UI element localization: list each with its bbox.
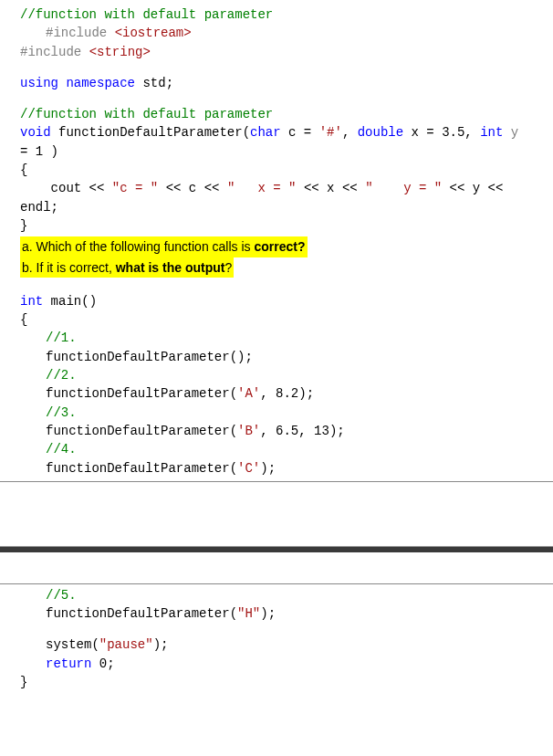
question-a-bold: correct? bbox=[254, 239, 305, 254]
comment-text: //function with default parameter bbox=[20, 107, 273, 121]
comment-title: //function with default parameter bbox=[20, 5, 546, 24]
text: functionDefaultParameter( bbox=[46, 606, 237, 621]
brace-open: { bbox=[20, 161, 546, 179]
comment-text: //2. bbox=[46, 368, 77, 383]
comment-2: //2. bbox=[20, 366, 546, 384]
text: } bbox=[20, 218, 27, 233]
comment-5: //5. bbox=[20, 586, 546, 604]
system-pause: system("pause"); bbox=[20, 635, 546, 654]
text: functionDefaultParameter( bbox=[46, 424, 237, 438]
include-directive: #include bbox=[20, 45, 89, 59]
text: functionDefaultParameter( bbox=[51, 125, 250, 140]
brace-close: } bbox=[20, 673, 546, 691]
question-a: a. Which of the following function calls… bbox=[20, 236, 546, 257]
include-iostream: #include <iostream> bbox=[20, 24, 546, 42]
question-b: b. If it is correct, what is the output? bbox=[20, 257, 546, 278]
blank-line bbox=[20, 61, 546, 74]
call-5: functionDefaultParameter("H"); bbox=[20, 604, 546, 623]
blank-line bbox=[20, 623, 546, 635]
call-1: functionDefaultParameter(); bbox=[20, 348, 546, 366]
char-literal: 'B' bbox=[237, 424, 260, 438]
text: } bbox=[20, 675, 27, 689]
question-a-row: a. Which of the following function calls… bbox=[20, 236, 308, 257]
call-4: functionDefaultParameter('C'); bbox=[20, 459, 546, 478]
string-literal: "H" bbox=[237, 606, 260, 621]
code-region-top: //function with default parameter #inclu… bbox=[0, 0, 553, 481]
char-literal: 'A' bbox=[237, 386, 260, 401]
text: main() bbox=[43, 294, 97, 309]
gap bbox=[0, 482, 553, 546]
endl-line: endl; bbox=[20, 198, 546, 216]
comment-3: //3. bbox=[20, 404, 546, 422]
text: << c << bbox=[158, 181, 227, 195]
text: functionDefaultParameter( bbox=[46, 461, 237, 476]
text: ); bbox=[260, 461, 276, 476]
text: x = 3.5, bbox=[403, 125, 480, 140]
question-b-row: b. If it is correct, what is the output? bbox=[20, 257, 234, 278]
code-region-bottom: //5. functionDefaultParameter("H"); syst… bbox=[0, 584, 553, 695]
string-literal: " y = " bbox=[365, 181, 442, 195]
text: functionDefaultParameter( bbox=[46, 386, 237, 401]
text: ); bbox=[260, 606, 276, 621]
text: , bbox=[342, 125, 358, 140]
text: { bbox=[20, 312, 27, 327]
text: << y << bbox=[442, 181, 503, 195]
separator-thick bbox=[0, 546, 553, 552]
text: system( bbox=[46, 637, 99, 652]
keyword-char: char bbox=[250, 125, 281, 140]
include-string: #include <string> bbox=[20, 43, 546, 61]
text: { bbox=[20, 163, 27, 177]
gap bbox=[0, 552, 553, 583]
comment-text: //function with default parameter bbox=[20, 7, 273, 22]
question-b-bold: what is the output bbox=[116, 260, 225, 275]
comment-4: //4. bbox=[20, 440, 546, 458]
call-3: functionDefaultParameter('B', 6.5, 13); bbox=[20, 422, 546, 440]
question-a-text: a. Which of the following function calls… bbox=[22, 239, 254, 254]
keyword-void: void bbox=[20, 125, 51, 140]
text: 0; bbox=[91, 656, 114, 671]
brace-open: { bbox=[20, 310, 546, 329]
question-b-post: ? bbox=[224, 260, 232, 275]
char-literal: '#' bbox=[319, 125, 342, 140]
include-directive: #include bbox=[46, 26, 115, 40]
string-literal: "pause" bbox=[99, 637, 153, 652]
keyword-int: int bbox=[20, 294, 43, 309]
string-literal: "c = " bbox=[112, 181, 158, 195]
brace-close: } bbox=[20, 216, 546, 235]
blank-line bbox=[20, 92, 546, 105]
text: cout << bbox=[20, 181, 112, 195]
text: = 1 ) bbox=[20, 144, 58, 159]
text: c = bbox=[281, 125, 319, 140]
return-stmt: return 0; bbox=[20, 655, 546, 673]
keyword-return: return bbox=[46, 656, 91, 671]
comment-fn: //function with default parameter bbox=[20, 105, 546, 123]
comment-text: //4. bbox=[46, 442, 77, 457]
text: endl; bbox=[20, 200, 58, 215]
call-2: functionDefaultParameter('A', 8.2); bbox=[20, 384, 546, 403]
include-header: <string> bbox=[89, 45, 151, 59]
main-sig: int main() bbox=[20, 292, 546, 310]
question-b-text: b. If it is correct, bbox=[22, 260, 116, 275]
text: , 8.2); bbox=[260, 386, 314, 401]
keyword-int: int bbox=[480, 125, 503, 140]
comment-text: //5. bbox=[46, 588, 77, 603]
using-namespace: using namespace std; bbox=[20, 74, 546, 92]
char-literal: 'C' bbox=[237, 461, 260, 476]
fn-signature-line1: void functionDefaultParameter(char c = '… bbox=[20, 123, 546, 142]
text: ); bbox=[153, 637, 169, 652]
fn-signature-line2: = 1 ) bbox=[20, 142, 546, 161]
text: , 6.5, 13); bbox=[260, 424, 344, 438]
comment-text: //1. bbox=[46, 331, 77, 345]
comment-text: //3. bbox=[46, 405, 77, 420]
text: std; bbox=[135, 76, 173, 90]
blank-line bbox=[20, 278, 546, 292]
comment-1: //1. bbox=[20, 329, 546, 347]
include-header: <iostream> bbox=[115, 26, 192, 40]
keyword-using: using namespace bbox=[20, 76, 135, 90]
text: functionDefaultParameter(); bbox=[46, 350, 253, 364]
text: y bbox=[503, 125, 518, 140]
cout-line: cout << "c = " << c << " x = " << x << "… bbox=[20, 179, 546, 197]
string-literal: " x = " bbox=[227, 181, 297, 195]
keyword-double: double bbox=[358, 125, 403, 140]
text: << x << bbox=[297, 181, 366, 195]
